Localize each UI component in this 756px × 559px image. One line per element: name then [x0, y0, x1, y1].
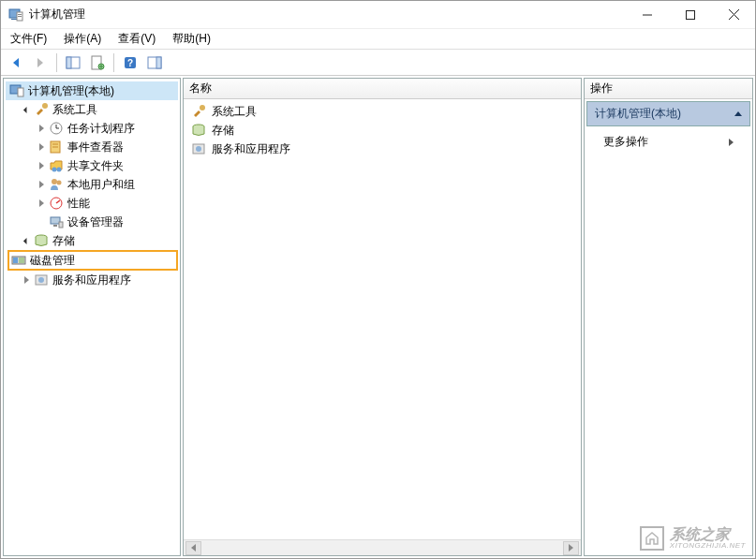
list-item[interactable]: 系统工具	[185, 102, 579, 121]
menu-file[interactable]: 文件(F)	[7, 29, 51, 49]
tree-device-manager[interactable]: 设备管理器	[6, 213, 178, 231]
svg-point-46	[196, 146, 201, 152]
list-column-header[interactable]: 名称	[184, 79, 581, 99]
expand-toggle[interactable]	[36, 123, 47, 134]
title-bar: 计算机管理	[1, 1, 755, 29]
svg-point-42	[38, 277, 44, 283]
expand-toggle[interactable]	[36, 141, 47, 153]
users-icon	[49, 177, 64, 192]
actions-header-label: 操作	[590, 81, 613, 96]
main-area: 计算机管理(本地) 系统工具 任务计划程序	[1, 76, 755, 558]
svg-rect-40	[19, 257, 24, 263]
device-icon	[49, 214, 64, 229]
app-icon	[8, 7, 23, 22]
actions-body: 计算机管理(本地) 更多操作	[585, 99, 752, 555]
back-button[interactable]	[5, 52, 27, 73]
actions-pane: 操作 计算机管理(本地) 更多操作	[584, 78, 753, 556]
expand-toggle[interactable]	[36, 179, 47, 190]
tree-services-apps[interactable]: 服务和应用程序	[6, 271, 178, 289]
window-controls	[626, 1, 755, 28]
tree-label: 本地用户和组	[67, 177, 135, 193]
toolbar-separator	[113, 53, 114, 72]
action-more-label: 更多操作	[603, 134, 648, 150]
tree-pane: 计算机管理(本地) 系统工具 任务计划程序	[3, 78, 181, 556]
svg-rect-36	[59, 222, 63, 228]
event-log-icon	[49, 140, 64, 154]
actions-context[interactable]: 计算机管理(本地)	[586, 101, 750, 126]
tree-event-viewer[interactable]: 事件查看器	[6, 138, 178, 156]
performance-icon	[49, 196, 64, 211]
actions-context-label: 计算机管理(本地)	[595, 106, 681, 122]
tools-icon	[34, 102, 49, 117]
show-action-pane-button[interactable]	[143, 52, 166, 73]
tree-local-users[interactable]: 本地用户和组	[6, 175, 178, 194]
storage-icon	[191, 123, 206, 138]
collapse-icon	[734, 111, 742, 116]
actions-header: 操作	[585, 79, 752, 99]
expand-toggle[interactable]	[21, 274, 32, 286]
forward-button[interactable]	[29, 52, 52, 73]
horizontal-scrollbar[interactable]	[184, 539, 581, 555]
close-button[interactable]	[712, 1, 755, 28]
svg-rect-35	[53, 225, 57, 227]
tree-system-tools[interactable]: 系统工具	[6, 100, 178, 119]
tools-icon	[191, 104, 206, 119]
expand-toggle[interactable]	[36, 198, 47, 209]
properties-button[interactable]	[86, 52, 109, 73]
tree-storage[interactable]: 存储	[6, 231, 178, 250]
tree-root[interactable]: 计算机管理(本地)	[6, 81, 178, 100]
list-item[interactable]: 存储	[185, 121, 579, 140]
svg-text:?: ?	[127, 58, 133, 68]
list-item-label: 服务和应用程序	[212, 141, 290, 157]
svg-point-21	[42, 103, 48, 109]
scroll-right-button[interactable]	[563, 541, 579, 555]
svg-rect-18	[156, 57, 161, 68]
menu-action[interactable]: 操作(A)	[60, 29, 105, 49]
menu-help[interactable]: 帮助(H)	[169, 29, 215, 49]
tree-label: 共享文件夹	[67, 158, 124, 174]
window-title: 计算机管理	[29, 7, 626, 22]
tree-label: 磁盘管理	[30, 253, 75, 269]
svg-point-43	[200, 105, 205, 110]
tree-body: 计算机管理(本地) 系统工具 任务计划程序	[4, 79, 180, 555]
svg-rect-3	[18, 14, 22, 15]
tree-label: 存储	[52, 233, 75, 249]
tree-label: 任务计划程序	[67, 121, 135, 137]
tree-label: 性能	[67, 196, 90, 212]
list-pane: 名称 系统工具 存储 服务和应用程序	[183, 78, 582, 556]
expand-toggle[interactable]	[21, 235, 32, 246]
expand-toggle[interactable]	[21, 104, 32, 115]
tree-disk-management[interactable]: 磁盘管理	[7, 250, 178, 271]
storage-icon	[34, 233, 49, 248]
expand-spacer	[36, 216, 47, 228]
help-button[interactable]: ?	[119, 52, 141, 73]
maximize-button[interactable]	[669, 1, 712, 28]
svg-rect-6	[687, 10, 695, 19]
column-name: 名称	[189, 81, 212, 96]
svg-rect-4	[18, 16, 22, 17]
shared-folder-icon	[49, 158, 64, 173]
tree-label: 设备管理器	[67, 214, 124, 230]
tree-label: 服务和应用程序	[52, 272, 131, 288]
action-more[interactable]: 更多操作	[585, 128, 752, 155]
svg-rect-20	[18, 88, 23, 96]
list-body: 系统工具 存储 服务和应用程序	[184, 99, 581, 539]
scroll-left-button[interactable]	[185, 541, 201, 555]
toolbar: ?	[1, 50, 755, 76]
tree-shared-folders[interactable]: 共享文件夹	[6, 156, 178, 175]
svg-point-30	[52, 179, 57, 184]
list-item-label: 存储	[212, 123, 234, 139]
show-hide-tree-button[interactable]	[62, 52, 84, 73]
minimize-button[interactable]	[626, 1, 669, 28]
menu-view[interactable]: 查看(V)	[114, 29, 159, 49]
expand-toggle[interactable]	[36, 160, 47, 171]
list-item[interactable]: 服务和应用程序	[185, 140, 579, 158]
tree-task-scheduler[interactable]: 任务计划程序	[6, 119, 178, 138]
svg-point-31	[57, 181, 62, 185]
disk-icon	[11, 253, 26, 268]
tree-performance[interactable]: 性能	[6, 194, 178, 213]
tree-label: 系统工具	[52, 102, 97, 118]
services-icon	[34, 272, 49, 287]
computer-management-icon	[9, 83, 24, 98]
svg-rect-10	[67, 57, 71, 68]
